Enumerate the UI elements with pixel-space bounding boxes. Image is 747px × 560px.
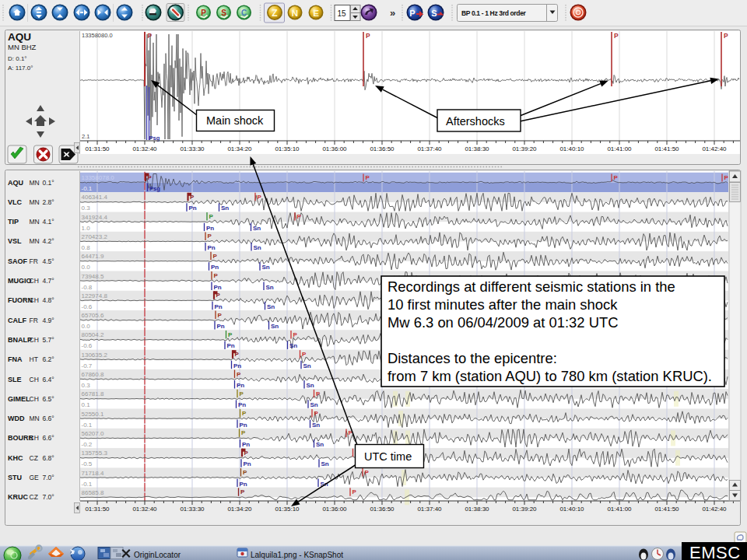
svg-text:4.1°: 4.1°	[43, 218, 54, 226]
svg-text:64471.9: 64471.9	[82, 253, 104, 260]
svg-text:01:42:40: 01:42:40	[702, 506, 727, 513]
svg-text:01:40:10: 01:40:10	[559, 145, 584, 152]
svg-text:GIMEL: GIMEL	[8, 395, 30, 403]
svg-text:-0.8: -0.8	[82, 284, 93, 291]
svg-text:Sn: Sn	[321, 460, 329, 467]
svg-text:Pn: Pn	[206, 225, 214, 232]
svg-text:P: P	[614, 32, 619, 40]
svg-text:C: C	[241, 9, 247, 17]
svg-text:Sn: Sn	[253, 225, 261, 232]
svg-text:Distances to the epicentre:: Distances to the epicentre:	[388, 350, 557, 366]
svg-text:FNA: FNA	[8, 355, 23, 363]
svg-text:P: P	[218, 312, 223, 319]
svg-text:HT: HT	[30, 355, 38, 363]
svg-text:13358080.0: 13358080.0	[82, 32, 113, 39]
svg-text:6.2°: 6.2°	[43, 355, 54, 363]
svg-text:P: P	[240, 488, 245, 495]
svg-text:TIP: TIP	[8, 218, 19, 226]
svg-text:P: P	[366, 32, 370, 40]
svg-text:Sn: Sn	[310, 401, 318, 408]
svg-text:Pn: Pn	[238, 401, 246, 408]
svg-text:from 7 km (station AQU) to 780: from 7 km (station AQU) to 780 km (stati…	[388, 368, 712, 384]
svg-text:Aftershocks: Aftershocks	[446, 115, 505, 128]
svg-text:4.5°: 4.5°	[43, 257, 54, 265]
svg-text:Sn: Sn	[267, 303, 275, 310]
svg-text:Pn: Pn	[211, 264, 219, 271]
svg-text:Mw 6.3 on 06/04/2009 at 01:32: Mw 6.3 on 06/04/2009 at 01:32 UTC	[388, 314, 618, 331]
svg-text:01:41:50: 01:41:50	[654, 145, 679, 152]
svg-text:Sn: Sn	[312, 422, 320, 429]
svg-text:Sn: Sn	[221, 205, 229, 212]
svg-text:01:37:40: 01:37:40	[417, 145, 442, 152]
svg-text:01:32:40: 01:32:40	[132, 145, 157, 152]
svg-text:CALF: CALF	[8, 317, 26, 324]
svg-text:SAOF: SAOF	[8, 257, 28, 265]
svg-text:01:36:00: 01:36:00	[322, 506, 347, 513]
svg-text:135755.3: 135755.3	[82, 450, 108, 457]
svg-text:N: N	[292, 9, 298, 18]
svg-text:Sn: Sn	[307, 382, 314, 389]
svg-text:01:41:00: 01:41:00	[607, 145, 632, 152]
svg-text:Pn: Pn	[244, 460, 251, 467]
svg-text:Pn: Pn	[233, 362, 241, 369]
svg-text:15: 15	[338, 9, 347, 18]
svg-text:67860.8: 67860.8	[82, 371, 104, 378]
svg-text:MN: MN	[30, 198, 40, 206]
svg-text:CZ: CZ	[30, 454, 38, 462]
svg-text:WDD: WDD	[8, 415, 25, 422]
svg-text:4.7°: 4.7°	[43, 277, 54, 285]
svg-text:5.7°: 5.7°	[43, 336, 54, 344]
svg-text:0.3: 0.3	[82, 205, 91, 212]
svg-text:2.8°: 2.8°	[43, 198, 54, 206]
svg-text:406341.4: 406341.4	[82, 194, 108, 201]
svg-text:P: P	[148, 174, 153, 181]
svg-text:P: P	[216, 292, 221, 299]
svg-text:P: P	[242, 410, 247, 417]
svg-text:6.6°: 6.6°	[43, 434, 54, 442]
svg-text:01:42:40: 01:42:40	[702, 145, 727, 152]
svg-text:0.3: 0.3	[82, 382, 91, 389]
svg-text:-0.6: -0.6	[82, 303, 93, 310]
svg-text:56207.0: 56207.0	[82, 430, 104, 437]
svg-text:Pn: Pn	[227, 342, 235, 349]
svg-text:Sn: Sn	[254, 244, 261, 251]
svg-text:Lalquila1.png - KSnapShot: Lalquila1.png - KSnapShot	[251, 551, 343, 559]
svg-text:Pn: Pn	[237, 382, 244, 389]
svg-text:MN: MN	[30, 237, 40, 245]
svg-text:CH: CH	[30, 376, 39, 383]
svg-text:P: P	[244, 450, 249, 457]
svg-text:OriginLocator: OriginLocator	[134, 551, 181, 559]
svg-text:01:31:50: 01:31:50	[85, 506, 110, 513]
svg-text:122974.8: 122974.8	[82, 292, 108, 299]
svg-text:EMSC: EMSC	[689, 543, 741, 560]
svg-text:2.1: 2.1	[82, 133, 89, 140]
svg-text:73948.5: 73948.5	[82, 273, 104, 280]
svg-text:STU: STU	[8, 474, 22, 481]
svg-text:Sn: Sn	[271, 323, 279, 330]
svg-text:0.0: 0.0	[82, 264, 91, 271]
svg-text:Pn: Pn	[208, 244, 216, 251]
svg-text:4.9°: 4.9°	[43, 317, 54, 324]
svg-text:MN: MN	[30, 415, 40, 422]
svg-text:P: P	[208, 233, 212, 240]
svg-text:-0.1: -0.1	[82, 422, 93, 429]
svg-text:Z: Z	[272, 8, 277, 19]
svg-text:270423.2: 270423.2	[82, 233, 108, 240]
svg-text:MUGIO: MUGIO	[8, 277, 32, 285]
svg-text:P: P	[243, 469, 247, 476]
svg-text:SLE: SLE	[8, 376, 22, 383]
svg-text:Pn: Pn	[242, 441, 250, 448]
svg-text:-0.7: -0.7	[82, 362, 93, 369]
svg-text:-0.6: -0.6	[82, 342, 93, 349]
svg-text:AQU: AQU	[8, 179, 23, 187]
svg-text:6.8°: 6.8°	[43, 454, 54, 462]
svg-text:P: P	[214, 272, 219, 279]
svg-text:6.4°: 6.4°	[43, 376, 54, 383]
svg-text:P: P	[352, 488, 357, 495]
svg-text:CH: CH	[30, 336, 39, 344]
svg-text:P: P	[235, 351, 240, 358]
svg-text:01:33:30: 01:33:30	[180, 506, 205, 513]
svg-text:»: »	[390, 7, 395, 19]
svg-text:01:33:30: 01:33:30	[180, 145, 205, 152]
svg-text:130635.2: 130635.2	[82, 352, 108, 359]
